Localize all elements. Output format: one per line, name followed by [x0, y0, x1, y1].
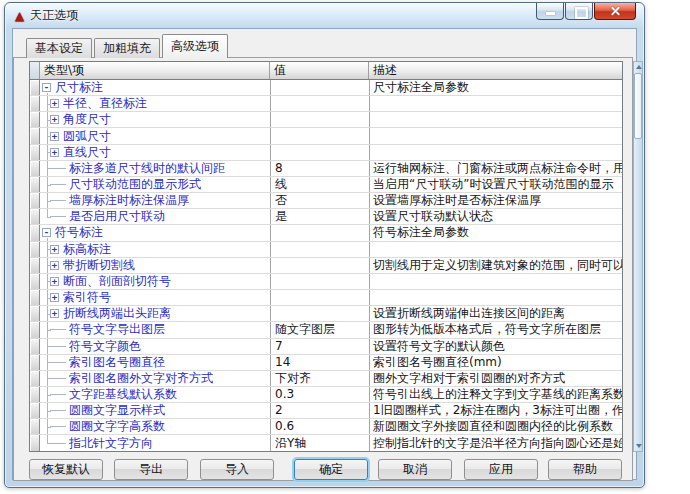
row-selector-cell[interactable] — [30, 96, 40, 111]
row-label: 是否启用尺寸联动 — [69, 209, 165, 224]
row-selector-cell[interactable] — [30, 225, 40, 240]
window-controls — [535, 3, 636, 20]
row-selector-cell[interactable] — [30, 80, 40, 95]
options-tree-table: 类型\项值描述 -尺寸标注尺寸标注全局参数+半径、直径标注+角度尺寸+圆弧尺寸+… — [29, 61, 623, 452]
tree-connector — [42, 242, 50, 257]
row-selector-cell[interactable] — [30, 193, 40, 208]
table-row[interactable]: +折断线两端出头距离设置折断线两端伸出连接区间的距离 — [30, 306, 622, 322]
tree-leaf-tick — [50, 168, 66, 169]
row-selector-header-cell[interactable] — [30, 62, 40, 79]
title-bar[interactable]: ▲ 天正选项 — [5, 3, 644, 28]
table-row[interactable]: +带折断切割线切割线用于定义切割建筑对象的范围，同时可以 — [30, 258, 622, 274]
expand-icon[interactable]: + — [50, 245, 59, 254]
table-row[interactable]: 符号文字导出图层随文字图层图形转为低版本格式后，符号文字所在图层 — [30, 322, 622, 338]
table-row[interactable]: 是否启用尺寸联动是设置尺寸联动默认状态 — [30, 209, 622, 225]
table-row[interactable]: +半径、直径标注 — [30, 96, 622, 112]
row-label: 带折断切割线 — [63, 258, 135, 273]
row-label: 符号文字颜色 — [69, 339, 141, 354]
row-selector-cell[interactable] — [30, 112, 40, 127]
expand-icon[interactable]: + — [50, 148, 59, 157]
column-header-description[interactable]: 描述 — [369, 62, 622, 79]
scroll-up-arrow-icon[interactable] — [636, 65, 642, 69]
table-row[interactable]: 文字距基线默认系数0.3符号引出线上的注释文字到文字基线的距离系数 — [30, 387, 622, 403]
row-selector-cell[interactable] — [30, 306, 40, 321]
table-row[interactable]: +角度尺寸 — [30, 112, 622, 128]
tree-leaf-tick — [50, 346, 66, 347]
button-help[interactable]: 帮助 — [548, 459, 622, 480]
row-selector-cell[interactable] — [30, 355, 40, 370]
row-selector-cell[interactable] — [30, 242, 40, 257]
minimize-button[interactable] — [536, 3, 564, 20]
row-selector-cell[interactable] — [30, 339, 40, 354]
expand-icon[interactable]: + — [50, 115, 59, 124]
row-selector-cell[interactable] — [30, 403, 40, 418]
expand-icon[interactable]: + — [50, 293, 59, 302]
table-row[interactable]: +断面、剖面剖切符号 — [30, 274, 622, 290]
table-row[interactable]: 圆圈文字字高系数0.6新圆圈文字外接圆直径和圆圈内径的比例系数 — [30, 419, 622, 435]
row-value-cell: 沿Y轴 — [270, 435, 369, 450]
row-name-cell: +索引符号 — [40, 290, 270, 305]
row-selector-cell[interactable] — [30, 387, 40, 402]
scroll-down-arrow-icon[interactable] — [636, 444, 642, 448]
table-row[interactable]: +索引符号 — [30, 290, 622, 306]
close-button[interactable] — [594, 3, 636, 20]
tab-bold-fill[interactable]: 加粗填充 — [94, 38, 160, 58]
collapse-icon[interactable]: - — [42, 228, 51, 237]
expand-icon[interactable]: + — [50, 261, 59, 270]
row-value-cell: 7 — [270, 339, 369, 354]
tab-basic-settings[interactable]: 基本设定 — [26, 38, 92, 58]
table-row[interactable]: 标注多道尺寸线时的默认间距8运行轴网标注、门窗标注或两点标注命令时，用 — [30, 161, 622, 177]
row-value-cell — [270, 96, 369, 111]
expand-icon[interactable]: + — [50, 132, 59, 141]
table-row[interactable]: +圆弧尺寸 — [30, 128, 622, 144]
table-row[interactable]: +直线尺寸 — [30, 145, 622, 161]
row-name-cell: +直线尺寸 — [40, 145, 270, 160]
row-selector-cell[interactable] — [30, 419, 40, 434]
expand-icon[interactable]: + — [50, 277, 59, 286]
button-cancel[interactable]: 取消 — [378, 459, 452, 480]
table-row[interactable]: 符号文字颜色7设置符号文字的默认颜色 — [30, 339, 622, 355]
button-restore-defaults[interactable]: 恢复默认 — [29, 459, 103, 480]
row-description-cell: 符号引出线上的注释文字到文字基线的距离系数 — [369, 387, 622, 402]
tab-advanced-options[interactable]: 高级选项 — [162, 34, 228, 58]
row-selector-cell[interactable] — [30, 128, 40, 143]
expand-icon[interactable]: + — [50, 99, 59, 108]
button-export[interactable]: 导出 — [114, 459, 188, 480]
row-selector-cell[interactable] — [30, 274, 40, 289]
column-header-value[interactable]: 值 — [270, 62, 369, 79]
row-label: 圆弧尺寸 — [63, 129, 111, 144]
row-selector-cell[interactable] — [30, 209, 40, 224]
table-row[interactable]: +标高标注 — [30, 242, 622, 258]
maximize-button[interactable] — [565, 3, 593, 20]
row-selector-cell[interactable] — [30, 435, 40, 450]
table-row[interactable]: 尺寸联动范围的显示形式线当启用“尺寸联动”时设置尺寸联动范围的显示 — [30, 177, 622, 193]
table-row[interactable]: 索引图名圈外文字对齐方式下对齐圈外文字相对于索引圆圈的对齐方式 — [30, 371, 622, 387]
row-name-cell: +带折断切割线 — [40, 258, 270, 273]
row-selector-cell[interactable] — [30, 258, 40, 273]
table-row[interactable]: 圆圈文字显示样式21旧圆圈样式，2标注在圈内，3标注可出圈，作 — [30, 403, 622, 419]
row-label: 直线尺寸 — [63, 145, 111, 160]
row-name-cell: +角度尺寸 — [40, 112, 270, 127]
row-selector-cell[interactable] — [30, 177, 40, 192]
column-header-type-item[interactable]: 类型\项 — [40, 62, 270, 79]
table-row[interactable]: 指北针文字方向沿Y轴控制指北针的文字是沿半径方向指向圆心还是始 — [30, 435, 622, 451]
row-selector-cell[interactable] — [30, 322, 40, 337]
row-description-cell: 1旧圆圈样式，2标注在圈内，3标注可出圈，作 — [369, 403, 622, 418]
table-row[interactable]: -尺寸标注尺寸标注全局参数 — [30, 80, 622, 96]
table-row[interactable]: 索引图名号圈直径14索引图名号圈直径(mm) — [30, 355, 622, 371]
row-selector-cell[interactable] — [30, 161, 40, 176]
row-selector-cell[interactable] — [30, 371, 40, 386]
button-apply[interactable]: 应用 — [464, 459, 538, 480]
table-row[interactable]: -符号标注符号标注全局参数 — [30, 225, 622, 241]
row-selector-cell[interactable] — [30, 145, 40, 160]
button-import[interactable]: 导入 — [200, 459, 274, 480]
table-row[interactable]: 墙厚标注时标注保温厚否设置墙厚标注时是否标注保温厚 — [30, 193, 622, 209]
row-value-cell: 0.3 — [270, 387, 369, 402]
expand-icon[interactable]: + — [50, 309, 59, 318]
table-vertical-scrollbar[interactable] — [633, 61, 643, 452]
scrollbar-thumb[interactable] — [634, 73, 642, 139]
button-ok[interactable]: 确定 — [294, 459, 368, 480]
collapse-icon[interactable]: - — [42, 83, 51, 92]
row-label: 标高标注 — [63, 242, 111, 257]
row-selector-cell[interactable] — [30, 290, 40, 305]
